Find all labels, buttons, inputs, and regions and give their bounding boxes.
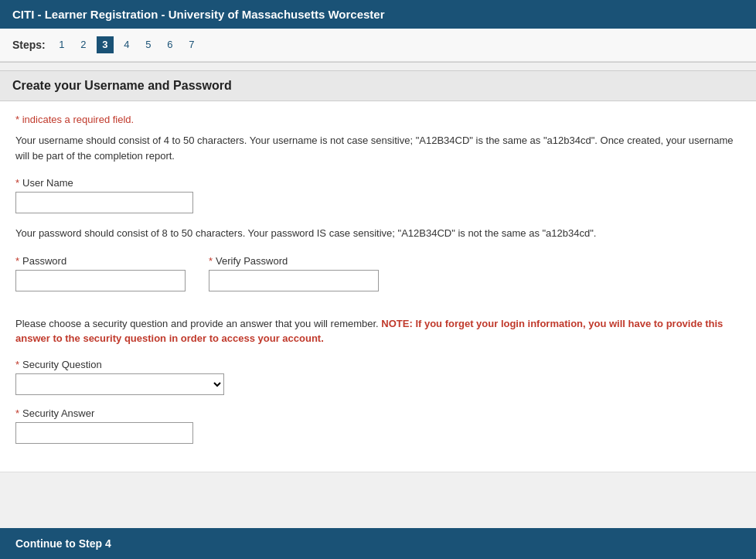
username-required-star: * <box>15 177 19 189</box>
header-title: CITI - Learner Registration - University… <box>12 8 385 21</box>
required-note: * indicates a required field. <box>15 114 741 125</box>
verify-password-field-group: *Verify Password <box>209 255 379 291</box>
steps-bar: Steps: 1 2 3 4 5 6 7 <box>0 29 756 62</box>
security-question-label: *Security Question <box>15 359 741 370</box>
footer-bar: Continue to Step 4 <box>0 528 756 559</box>
password-required-star: * <box>15 255 19 267</box>
password-row: *Password *Verify Password <box>15 255 741 304</box>
form-content: * indicates a required field. Your usern… <box>0 101 756 472</box>
security-note: Please choose a security question and pr… <box>15 316 741 346</box>
step-1[interactable]: 1 <box>53 36 70 53</box>
security-answer-input[interactable] <box>15 422 193 444</box>
security-answer-label: *Security Answer <box>15 407 741 419</box>
security-question-req-star: * <box>15 359 19 370</box>
password-field-group: *Password <box>15 255 186 291</box>
password-label: *Password <box>15 255 186 267</box>
security-answer-group: *Security Answer <box>15 407 741 444</box>
password-info-text: Your password should consist of 8 to 50 … <box>15 226 741 241</box>
security-question-select[interactable] <box>15 373 224 395</box>
username-field-group: *User Name <box>15 177 741 213</box>
app-header: CITI - Learner Registration - University… <box>0 0 756 29</box>
verify-password-input[interactable] <box>209 270 379 291</box>
step-4[interactable]: 4 <box>118 36 135 53</box>
verify-required-star: * <box>209 255 213 267</box>
step-7[interactable]: 7 <box>183 36 200 53</box>
continue-button[interactable]: Continue to Step 4 <box>0 528 127 559</box>
verify-password-label: *Verify Password <box>209 255 379 267</box>
section-header: Create your Username and Password <box>0 70 756 101</box>
divider-top <box>0 62 756 63</box>
username-label: *User Name <box>15 177 741 189</box>
step-6[interactable]: 6 <box>162 36 179 53</box>
username-input[interactable] <box>15 192 193 213</box>
step-2[interactable]: 2 <box>75 36 92 53</box>
section-heading: Create your Username and Password <box>12 79 232 92</box>
security-question-group: *Security Question <box>15 359 741 395</box>
password-input[interactable] <box>15 270 186 291</box>
step-3-active[interactable]: 3 <box>97 36 114 53</box>
steps-label: Steps: <box>12 39 46 51</box>
security-answer-req-star: * <box>15 407 19 419</box>
username-info-text: Your username should consist of 4 to 50 … <box>15 133 741 163</box>
step-5[interactable]: 5 <box>140 36 157 53</box>
